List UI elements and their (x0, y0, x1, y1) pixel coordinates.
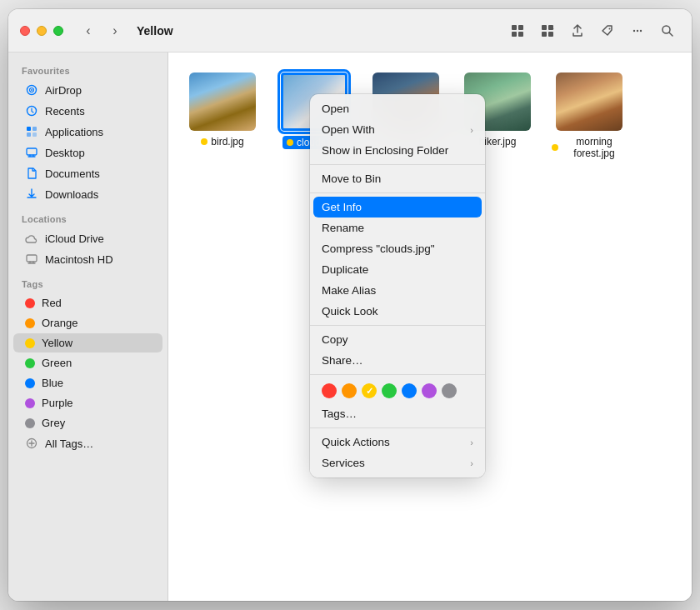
sidebar-label-downloads: Downloads (45, 188, 98, 201)
sidebar-item-documents[interactable]: Documents (13, 163, 162, 183)
svg-rect-19 (27, 132, 31, 137)
file-item-morning-forest[interactable]: morning forest.jpg (552, 72, 627, 159)
ctx-item-services[interactable]: Services › (310, 452, 485, 473)
content-area: bird.jpg clouds.jpg evening.jpg (168, 52, 692, 601)
back-button[interactable]: ‹ (77, 19, 100, 42)
context-menu: Open Open With › Show in Enclosing Folde… (310, 94, 485, 478)
documents-icon (25, 167, 38, 180)
ctx-item-show-enclosing[interactable]: Show in Enclosing Folder (310, 140, 485, 161)
ctx-label-rename: Rename (322, 222, 364, 234)
svg-point-8 (609, 28, 611, 29)
ctx-item-open-with[interactable]: Open With › (310, 119, 485, 140)
ctx-tag-purple[interactable] (422, 383, 437, 398)
ctx-label-share: Share… (322, 354, 363, 367)
ctx-item-tags[interactable]: Tags… (310, 403, 485, 424)
file-thumbnail-bird (189, 72, 256, 131)
svg-rect-22 (27, 255, 37, 262)
main-area: Favourites AirDrop Recents (8, 52, 692, 601)
file-thumbnail-forest (556, 72, 622, 131)
ctx-label-copy: Copy (322, 333, 348, 346)
nav-buttons: ‹ › (77, 19, 127, 42)
svg-rect-2 (512, 32, 517, 37)
purple-dot (25, 398, 35, 408)
ctx-label-duplicate: Duplicate (322, 263, 368, 276)
sidebar-item-yellow[interactable]: Yellow (13, 333, 162, 352)
tag-button[interactable] (595, 19, 620, 42)
sidebar-label-recents: Recents (45, 105, 85, 118)
ctx-item-copy[interactable]: Copy (310, 329, 485, 350)
ctx-item-quick-actions[interactable]: Quick Actions › (310, 432, 485, 452)
sidebar-item-orange[interactable]: Orange (13, 313, 162, 332)
sidebar-item-airdrop[interactable]: AirDrop (13, 80, 162, 100)
ctx-item-quick-look[interactable]: Quick Look (310, 301, 485, 322)
sidebar-item-grey[interactable]: Grey (13, 413, 162, 432)
sidebar-label-green: Green (42, 357, 72, 369)
ctx-item-make-alias[interactable]: Make Alias (310, 280, 485, 301)
sidebar-item-purple[interactable]: Purple (13, 393, 162, 412)
svg-point-9 (633, 29, 635, 31)
sidebar-item-green[interactable]: Green (13, 353, 162, 372)
ctx-label-services: Services (322, 457, 365, 469)
sidebar-item-downloads[interactable]: Downloads (13, 184, 162, 204)
svg-rect-1 (518, 25, 523, 30)
ctx-tag-orange[interactable] (342, 383, 357, 398)
ctx-separator-3 (310, 325, 485, 326)
bird-filename: bird.jpg (211, 136, 243, 148)
recents-icon (25, 104, 38, 118)
search-icon (661, 24, 674, 38)
share-button[interactable] (565, 19, 590, 42)
sidebar: Favourites AirDrop Recents (8, 52, 168, 601)
share-icon (571, 24, 584, 38)
minimize-button[interactable] (37, 26, 47, 36)
ctx-tag-blue[interactable] (402, 383, 417, 398)
ctx-item-get-info[interactable]: Get Info (313, 197, 482, 218)
view-list-button[interactable] (535, 19, 560, 42)
svg-point-11 (640, 29, 642, 31)
ctx-item-share[interactable]: Share… (310, 350, 485, 371)
fullscreen-button[interactable] (53, 26, 63, 36)
yellow-dot (25, 338, 35, 348)
sidebar-item-blue[interactable]: Blue (13, 373, 162, 392)
sidebar-item-desktop[interactable]: Desktop (13, 142, 162, 162)
sidebar-item-icloud[interactable]: iCloud Drive (13, 228, 162, 248)
svg-rect-7 (548, 32, 553, 37)
sidebar-label-grey: Grey (42, 417, 65, 429)
ctx-item-rename[interactable]: Rename (310, 218, 485, 238)
ctx-tag-yellow-check: ✓ (366, 386, 373, 397)
search-button[interactable] (655, 19, 680, 42)
titlebar: ‹ › Yellow (8, 9, 692, 52)
ctx-separator-2 (310, 192, 485, 193)
tag-icon (601, 24, 614, 38)
ctx-tag-yellow[interactable]: ✓ (362, 383, 377, 398)
sidebar-item-recents[interactable]: Recents (13, 101, 162, 121)
svg-rect-17 (27, 127, 31, 131)
ctx-item-compress[interactable]: Compress "clouds.jpg" (310, 238, 485, 259)
forest-filename: morning forest.jpg (562, 136, 627, 159)
grid-icon (511, 24, 524, 38)
ctx-separator-4 (310, 374, 485, 375)
sidebar-item-mac[interactable]: Macintosh HD (13, 249, 162, 269)
sidebar-label-blue: Blue (42, 377, 63, 389)
alltags-icon (25, 437, 38, 450)
more-button[interactable] (625, 19, 650, 42)
file-label-forest: morning forest.jpg (552, 136, 627, 159)
applications-icon (25, 125, 38, 138)
sidebar-section-favourites: Favourites AirDrop Recents (8, 61, 168, 204)
ctx-item-move-to-bin[interactable]: Move to Bin (310, 168, 485, 189)
ctx-item-open[interactable]: Open (310, 98, 485, 119)
ctx-item-duplicate[interactable]: Duplicate (310, 259, 485, 280)
ctx-label-compress: Compress "clouds.jpg" (322, 242, 435, 255)
sidebar-item-alltags[interactable]: All Tags… (13, 433, 162, 453)
forward-button[interactable]: › (103, 19, 127, 42)
view-grid-button[interactable] (505, 19, 530, 42)
sidebar-label-purple: Purple (42, 397, 73, 409)
file-item-bird[interactable]: bird.jpg (185, 72, 260, 159)
sidebar-section-tags: Tags Red Orange Yellow Green (8, 274, 168, 453)
sidebar-item-applications[interactable]: Applications (13, 122, 162, 142)
sidebar-item-red[interactable]: Red (13, 293, 162, 312)
ctx-tag-green[interactable] (382, 383, 397, 398)
close-button[interactable] (20, 26, 30, 36)
ctx-tag-red[interactable] (322, 383, 337, 398)
ctx-tag-grey[interactable] (442, 383, 457, 398)
ctx-label-quick-actions: Quick Actions (322, 436, 390, 448)
